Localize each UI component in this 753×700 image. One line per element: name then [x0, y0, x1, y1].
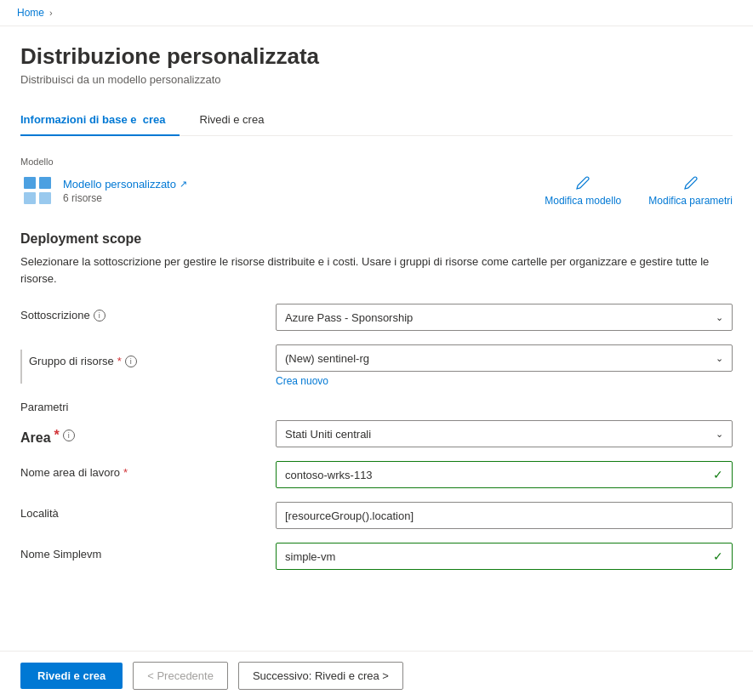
- area-control: Stati Uniti centrali ⌄: [276, 420, 733, 447]
- edit-params-label: Modifica parametri: [648, 195, 733, 207]
- template-icon: [20, 174, 54, 208]
- external-link-icon: ↗: [180, 179, 187, 190]
- parametri-label: Parametri: [20, 401, 733, 413]
- template-row: Modello personalizzato ↗ 6 risorse Modif…: [20, 174, 733, 208]
- svg-rect-1: [39, 177, 51, 189]
- subscription-info-icon[interactable]: i: [94, 310, 106, 322]
- workspace-name-label-container: Nome area di lavoro *: [20, 461, 276, 479]
- subscription-chevron-icon: ⌄: [716, 312, 723, 323]
- resource-group-required: *: [117, 355, 122, 367]
- create-new-link[interactable]: Crea nuovo: [276, 375, 733, 387]
- svg-rect-3: [39, 192, 51, 204]
- area-chevron-icon: ⌄: [716, 429, 723, 440]
- tab-review-label: Rivedi e crea: [200, 113, 265, 126]
- back-button[interactable]: < Precedente: [133, 662, 228, 690]
- simplevm-name-value: simple-vm: [285, 550, 335, 563]
- tab-basics[interactable]: Informazioni di base e crea: [20, 106, 180, 136]
- bottom-bar: Rivedi e crea < Precedente Successivo: R…: [0, 651, 753, 700]
- template-left: Modello personalizzato ↗ 6 risorse: [20, 174, 187, 208]
- resource-group-chevron-icon: ⌄: [716, 353, 723, 364]
- breadcrumb: Home ›: [0, 0, 753, 26]
- locality-input[interactable]: [resourceGroup().location]: [276, 502, 733, 529]
- workspace-name-control: contoso-wrks-113 ✓: [276, 461, 733, 488]
- template-resources: 6 risorse: [63, 192, 187, 204]
- review-create-button[interactable]: Rivedi e crea: [20, 663, 123, 689]
- resource-group-control: (New) sentinel-rg ⌄ Crea nuovo: [276, 344, 733, 387]
- deployment-scope-title: Deployment scope: [20, 231, 733, 247]
- simplevm-name-label: Nome Simplevm: [20, 543, 276, 561]
- svg-rect-0: [24, 177, 36, 189]
- template-info: Modello personalizzato ↗ 6 risorse: [63, 178, 187, 204]
- workspace-name-check-icon: ✓: [713, 468, 723, 481]
- template-link[interactable]: Modello personalizzato ↗: [63, 178, 187, 191]
- locality-value: [resourceGroup().location]: [285, 509, 414, 522]
- svg-rect-2: [24, 192, 36, 204]
- area-required: *: [54, 428, 60, 443]
- subscription-value: Azure Pass - Sponsorship: [285, 311, 413, 324]
- simplevm-name-row: Nome Simplevm simple-vm ✓: [20, 543, 733, 570]
- tab-basics-label: Informazioni di base e crea: [20, 113, 166, 126]
- tabs-container: Informazioni di base e crea Rivedi e cre…: [20, 106, 733, 136]
- page-subtitle: Distribuisci da un modello personalizzat…: [20, 73, 733, 86]
- deployment-scope-desc: Selezionare la sottoscrizione per gestir…: [20, 253, 733, 287]
- locality-label: Località: [20, 502, 276, 520]
- workspace-name-label: Nome area di lavoro: [20, 466, 120, 479]
- locality-control: [resourceGroup().location]: [276, 502, 733, 529]
- area-dropdown[interactable]: Stati Uniti centrali ⌄: [276, 420, 733, 447]
- subscription-row: Sottoscrizione i Azure Pass - Sponsorshi…: [20, 304, 733, 331]
- resource-group-dropdown[interactable]: (New) sentinel-rg ⌄: [276, 344, 733, 372]
- workspace-name-input[interactable]: contoso-wrks-113 ✓: [276, 461, 733, 488]
- subscription-control: Azure Pass - Sponsorship ⌄: [276, 304, 733, 331]
- workspace-name-required: *: [123, 466, 128, 479]
- breadcrumb-home[interactable]: Home: [17, 7, 44, 19]
- resource-group-label-area: Gruppo di risorse * i: [20, 344, 276, 384]
- simplevm-name-control: simple-vm ✓: [276, 543, 733, 570]
- locality-row: Località [resourceGroup().location]: [20, 502, 733, 529]
- tab-review[interactable]: Rivedi e crea: [200, 106, 278, 136]
- template-actions: Modifica modello Modifica parametri: [545, 174, 733, 207]
- area-label-container: Area * i: [20, 420, 276, 446]
- edit-params-button[interactable]: Modifica parametri: [648, 174, 733, 207]
- area-row: Area * i Stati Uniti centrali ⌄: [20, 420, 733, 447]
- page-title: Distribuzione personalizzata: [20, 43, 733, 70]
- edit-template-button[interactable]: Modifica modello: [545, 174, 621, 207]
- workspace-name-row: Nome area di lavoro * contoso-wrks-113 ✓: [20, 461, 733, 488]
- area-value: Stati Uniti centrali: [285, 428, 371, 441]
- simplevm-check-icon: ✓: [713, 549, 723, 563]
- subscription-dropdown[interactable]: Azure Pass - Sponsorship ⌄: [276, 304, 733, 331]
- resource-group-value: (New) sentinel-rg: [285, 352, 369, 365]
- simplevm-name-input[interactable]: simple-vm ✓: [276, 543, 733, 570]
- resource-group-info-icon[interactable]: i: [125, 356, 137, 367]
- area-info-icon[interactable]: i: [63, 430, 75, 441]
- breadcrumb-chevron: ›: [49, 8, 53, 18]
- next-button[interactable]: Successivo: Rivedi e crea >: [238, 662, 403, 690]
- area-label: Area: [20, 425, 51, 446]
- subscription-label: Sottoscrizione i: [20, 304, 276, 322]
- edit-template-label: Modifica modello: [545, 195, 621, 207]
- resource-group-row: Gruppo di risorse * i (New) sentinel-rg …: [20, 344, 733, 387]
- resource-group-label: Gruppo di risorse: [29, 355, 114, 367]
- template-section-label: Modello: [20, 157, 733, 167]
- workspace-name-value: contoso-wrks-113: [285, 469, 373, 481]
